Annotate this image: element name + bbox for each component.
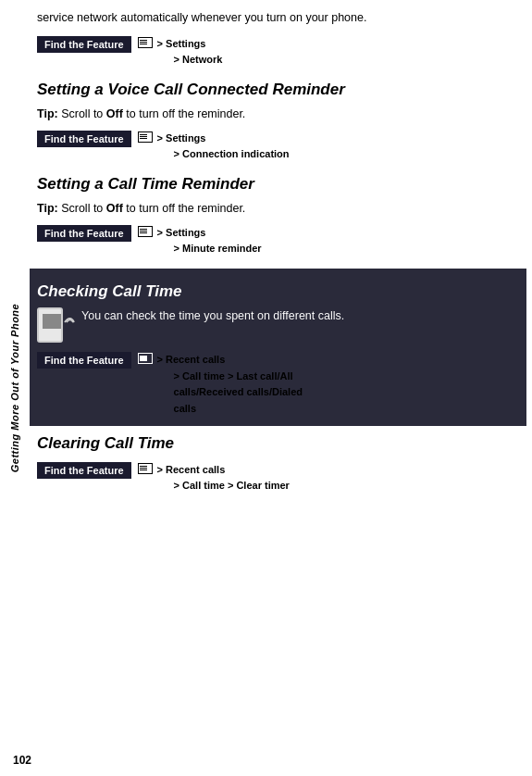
path-2-line2: > Connection indication <box>157 146 290 163</box>
feature-label-4: Find the Feature <box>37 352 131 369</box>
page-wrapper: Getting More Out of Your Phone service n… <box>0 0 532 776</box>
feature-path-1: > Settings > Network <box>157 36 223 69</box>
path-4-line2: > Call time > Last call/All <box>157 369 303 385</box>
feature-label-3: Find the Feature <box>37 225 131 242</box>
menu-icon-5 <box>137 462 152 473</box>
path-3-line2: > Minute reminder <box>157 241 262 257</box>
section4-heading: Clearing Call Time <box>37 433 519 454</box>
feature-box-2: Find the Feature > Settings > Connection… <box>37 131 519 163</box>
menu-icon-3 <box>137 225 152 236</box>
device-icon <box>37 307 74 344</box>
menu-icon-4 <box>137 352 152 363</box>
sidebar-label: Getting More Out of Your Phone <box>9 304 20 472</box>
tip2: Tip: Scroll to Off to turn off the remin… <box>37 200 519 218</box>
tip1-off: Off <box>106 107 123 120</box>
path-5-line2: > Call time > Clear timer <box>157 478 290 494</box>
feature-box-5: Find the Feature > Recent calls > Call t… <box>37 462 519 494</box>
page-number: 102 <box>30 754 31 767</box>
tip2-off: Off <box>106 202 123 215</box>
menu-icon-1 <box>137 36 152 47</box>
path-2-line1: > Settings <box>157 131 290 147</box>
tip2-bold: Tip: <box>37 202 61 215</box>
intro-paragraph: service network automatically whenever y… <box>37 9 519 27</box>
section3-heading: Checking Call Time <box>37 282 519 302</box>
feature-label-1: Find the Feature <box>37 36 131 53</box>
device-screen <box>43 314 61 329</box>
path-4-line3: calls/Received calls/Dialed <box>157 384 303 401</box>
path-1-line2: > Network <box>157 52 223 69</box>
path-4-line4: calls <box>157 401 303 418</box>
tip1-bold: Tip: <box>37 107 61 120</box>
sidebar: Getting More Out of Your Phone <box>0 0 30 776</box>
feature-label-5: Find the Feature <box>37 462 131 479</box>
feature-path-4: > Recent calls > Call time > Last call/A… <box>157 352 303 417</box>
device-body <box>37 307 63 343</box>
signal-arc-icon <box>63 313 76 332</box>
path-5-line1: > Recent calls <box>157 462 290 479</box>
section4: Clearing Call Time Find the Feature > Re… <box>37 433 519 494</box>
tip1: Tip: Scroll to Off to turn off the remin… <box>37 106 519 123</box>
feature-box-1: Find the Feature > Settings > Network <box>37 36 519 69</box>
path-4-line1: > Recent calls <box>157 352 303 369</box>
feature-box-3: Find the Feature > Settings > Minute rem… <box>37 225 519 257</box>
highlight-section: Checking Call Time You can check the tim… <box>30 269 526 426</box>
path-1-line1: > Settings <box>157 36 223 53</box>
phone-icon-area: You can check the time you spent on diff… <box>37 307 519 344</box>
feature-box-4: Find the Feature > Recent calls > Call t… <box>37 352 519 417</box>
path-3-line1: > Settings <box>157 225 262 242</box>
feature-label-2: Find the Feature <box>37 131 131 147</box>
section2-heading: Setting a Call Time Reminder <box>37 174 519 194</box>
menu-icon-2 <box>137 131 152 142</box>
feature-path-5: > Recent calls > Call time > Clear timer <box>157 462 290 494</box>
section1-heading: Setting a Voice Call Connected Reminder <box>37 80 519 100</box>
section3-body: You can check the time you spent on diff… <box>81 307 519 325</box>
main-content: service network automatically whenever y… <box>30 0 532 776</box>
feature-path-2: > Settings > Connection indication <box>157 131 290 163</box>
feature-path-3: > Settings > Minute reminder <box>157 225 262 257</box>
